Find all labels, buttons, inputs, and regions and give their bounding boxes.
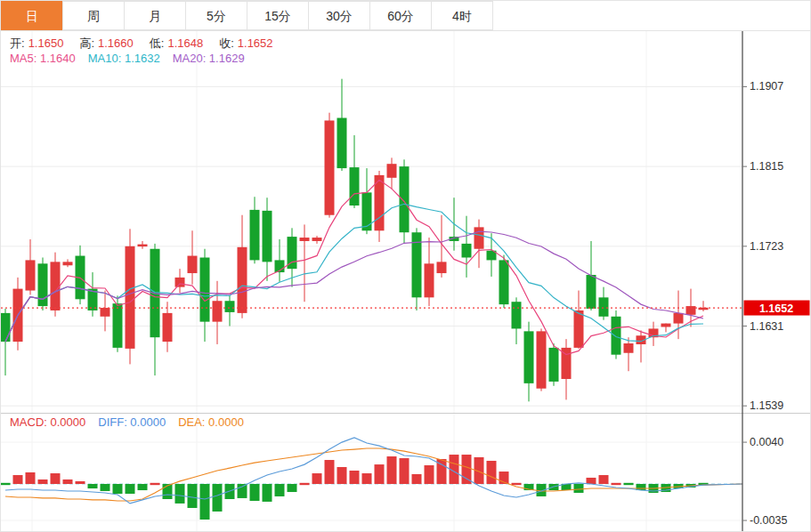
candle-body: [238, 247, 247, 313]
macd-hist-bar: [412, 474, 422, 484]
tab-4hour[interactable]: 4时: [431, 1, 493, 30]
macd-item-macd: MACD: 0.0000: [10, 415, 85, 429]
macd-hist-bar: [175, 484, 185, 504]
tab-week[interactable]: 周: [62, 1, 125, 30]
candle-body: [263, 211, 272, 262]
macd-item-diff: DIFF: 0.0000: [98, 415, 166, 429]
ohlc-open-label: 开:: [10, 36, 25, 50]
candle-body: [499, 260, 509, 304]
macd-hist-bar: [599, 475, 609, 484]
ohlc-high-value: 1.1660: [98, 36, 134, 50]
macd-hist-bar: [275, 484, 285, 496]
candle-body: [325, 120, 335, 214]
candle-body: [549, 348, 559, 382]
ma-item-ma5: MA5: 1.1640: [10, 52, 76, 65]
candle-body: [674, 313, 684, 324]
tab-5min[interactable]: 5分: [185, 1, 247, 30]
candle-body: [175, 278, 185, 287]
macd-hist-bar: [150, 483, 160, 485]
macd-hist-bar: [213, 484, 223, 512]
candle-body: [312, 238, 322, 241]
candle-body: [474, 227, 484, 248]
tab-30min[interactable]: 30分: [308, 1, 370, 30]
macd-hist-bar: [512, 483, 522, 485]
macd-hist-bar: [250, 484, 260, 501]
candle-body: [537, 331, 547, 388]
macd-hist-bar: [126, 484, 135, 494]
tab-60min[interactable]: 60分: [369, 1, 432, 30]
candle-body: [101, 308, 110, 317]
candle-body: [200, 257, 210, 321]
candle-body: [574, 310, 584, 348]
candle-body: [350, 167, 360, 206]
candle-body: [512, 302, 522, 328]
macd-hist-bar: [200, 484, 210, 520]
candle-body: [425, 263, 434, 297]
macd-hist-bar: [325, 460, 335, 484]
candle-body: [612, 317, 621, 355]
candle-body: [213, 301, 223, 321]
ohlc-low-value: 1.1648: [167, 36, 203, 50]
ohlc-low: 低:1.1648: [150, 36, 207, 50]
tab-15min[interactable]: 15分: [247, 1, 309, 30]
macd-hist-bar: [51, 473, 61, 484]
candle-body: [300, 238, 310, 241]
ohlc-close: 收:1.1652: [219, 36, 276, 50]
macd-hist-bar: [487, 461, 497, 484]
ohlc-close-label: 收:: [219, 36, 234, 50]
candle-body: [437, 262, 447, 273]
price-axis-label: 1.1723: [750, 240, 783, 253]
macd-legend: MACD: 0.0000DIFF: 0.0000DEA: 0.0000: [10, 415, 256, 429]
macd-hist-bar: [337, 467, 347, 484]
macd-hist-bar: [350, 471, 360, 484]
macd-hist-bar: [13, 475, 23, 484]
candle-body: [362, 192, 372, 230]
macd-hist-bar: [375, 464, 385, 484]
candle-body: [1, 313, 11, 342]
macd-hist-bar: [387, 456, 397, 484]
candle-body: [63, 262, 73, 265]
timeframe-tabbar: 日周月5分15分30分60分4时: [1, 1, 810, 30]
macd-axis-label: 0.0040: [750, 436, 783, 448]
candle-body: [387, 164, 397, 178]
candle-body: [188, 256, 198, 273]
candle-body: [26, 260, 36, 290]
macd-hist-bar: [362, 473, 372, 484]
candle-body: [624, 343, 634, 353]
candle-body: [51, 262, 61, 310]
candle-body: [163, 313, 173, 342]
macd-axis-label: -0.0035: [750, 514, 787, 527]
macd-hist-bar: [26, 472, 36, 484]
ohlc-high: 高:1.1660: [79, 36, 136, 50]
candle-body: [599, 297, 609, 316]
candle-body: [587, 275, 596, 309]
ma-legend: MA5: 1.1640MA10: 1.1632MA20: 1.1629: [10, 52, 257, 65]
candle-body: [661, 324, 671, 327]
kline-chart[interactable]: 1.19071.18151.17231.16311.15390.0040-0.0…: [1, 1, 811, 532]
candle-body: [524, 331, 534, 383]
macd-hist-bar: [300, 483, 310, 485]
tab-day[interactable]: 日: [1, 1, 63, 30]
macd-hist-bar: [1, 483, 11, 485]
candle-body: [113, 303, 123, 348]
price-axis-label: 1.1907: [750, 80, 783, 93]
macd-hist-bar: [38, 480, 48, 484]
macd-item-dea: DEA: 0.0000: [178, 415, 244, 429]
candle-body: [126, 246, 135, 349]
macd-hist-bar: [113, 484, 123, 494]
macd-hist-bar: [400, 458, 410, 484]
macd-hist-bar: [574, 484, 584, 493]
ma-item-ma10: MA10: 1.1632: [88, 52, 160, 65]
last-price-badge-value: 1.1652: [759, 302, 793, 315]
price-axis-label: 1.1631: [750, 320, 783, 333]
price-axis-label: 1.1539: [750, 399, 783, 412]
macd-hist-bar: [425, 465, 434, 484]
macd-hist-bar: [288, 484, 297, 492]
macd-hist-bar: [63, 480, 73, 484]
macd-hist-bar: [76, 481, 85, 484]
candle-body: [462, 244, 472, 258]
ohlc-low-label: 低:: [150, 36, 165, 50]
candle-body: [400, 166, 410, 232]
tab-month[interactable]: 月: [124, 1, 186, 30]
macd-hist-bar: [88, 484, 98, 488]
